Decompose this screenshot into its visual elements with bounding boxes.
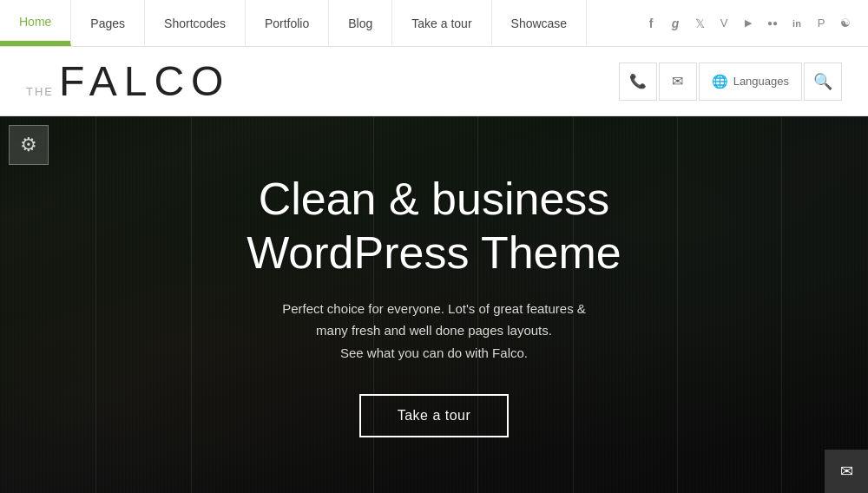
- nav-item-showcase[interactable]: Showcase: [492, 0, 588, 46]
- email-icon: ✉: [672, 73, 683, 89]
- hero-section: ⚙ ✉ Clean & business WordPress Theme Per…: [0, 116, 868, 493]
- logo-actions: 📞 ✉ 🌐 Languages 🔍: [619, 62, 842, 101]
- hero-title: Clean & business WordPress Theme: [247, 172, 621, 280]
- linkedin-icon[interactable]: in: [790, 18, 804, 29]
- nav-item-shortcodes[interactable]: Shortcodes: [145, 0, 246, 46]
- nav-links: Home Pages Shortcodes Portfolio Blog Tak…: [0, 0, 587, 46]
- logo-bar: THE FALCO 📞 ✉ 🌐 Languages 🔍: [0, 47, 868, 116]
- nav-item-home[interactable]: Home: [0, 0, 71, 46]
- phone-button[interactable]: 📞: [619, 62, 657, 101]
- logo-name: FALCO: [59, 61, 230, 102]
- google-plus-icon[interactable]: g: [668, 16, 682, 30]
- twitter-icon[interactable]: 𝕏: [693, 16, 707, 30]
- nav-item-blog[interactable]: Blog: [329, 0, 392, 46]
- search-button[interactable]: 🔍: [804, 62, 842, 101]
- globe-icon: 🌐: [712, 74, 728, 89]
- vimeo-icon[interactable]: V: [717, 16, 731, 30]
- flickr-icon[interactable]: ●●: [766, 18, 779, 28]
- nav-item-pages[interactable]: Pages: [71, 0, 145, 46]
- social-icons: f g 𝕏 V ▶ ●● in P ☯: [628, 16, 868, 30]
- youtube-icon[interactable]: ▶: [741, 17, 755, 29]
- languages-label: Languages: [733, 75, 789, 88]
- search-icon: 🔍: [813, 72, 832, 91]
- facebook-icon[interactable]: f: [644, 16, 658, 30]
- email-button[interactable]: ✉: [659, 62, 697, 101]
- lastfm-icon[interactable]: ☯: [838, 16, 852, 30]
- nav-item-take-a-tour[interactable]: Take a tour: [392, 0, 491, 46]
- top-nav: Home Pages Shortcodes Portfolio Blog Tak…: [0, 0, 868, 47]
- logo-prefix: THE: [26, 85, 54, 98]
- languages-button[interactable]: 🌐 Languages: [699, 62, 802, 101]
- hero-content: Clean & business WordPress Theme Perfect…: [0, 116, 868, 493]
- pinterest-icon[interactable]: P: [814, 16, 828, 30]
- nav-item-portfolio[interactable]: Portfolio: [246, 0, 329, 46]
- phone-icon: 📞: [629, 73, 647, 89]
- hero-subtitle: Perfect choice for everyone. Lot's of gr…: [282, 298, 586, 365]
- logo: THE FALCO: [26, 61, 230, 102]
- take-a-tour-button[interactable]: Take a tour: [359, 394, 510, 437]
